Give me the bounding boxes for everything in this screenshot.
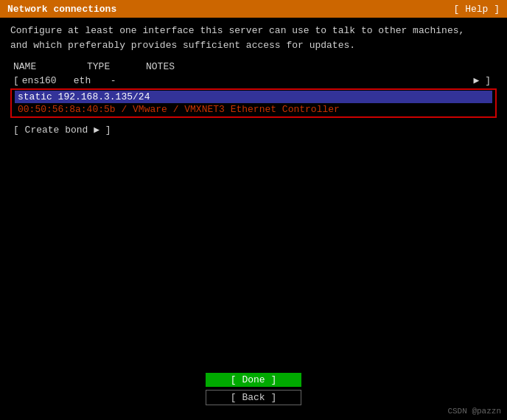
interface-name: ens160 xyxy=(22,75,74,86)
create-bond-label: [ Create bond ▶ ] xyxy=(13,125,111,136)
description-line1: Configure at least one interface this se… xyxy=(10,24,497,38)
interface-selected-block[interactable]: static 192.168.3.135/24 00:50:56:8a:40:5… xyxy=(10,88,497,118)
create-bond[interactable]: [ Create bond ▶ ] xyxy=(10,119,497,137)
interface-mac-info: 00:50:56:8a:40:5b / VMware / VMXNET3 Eth… xyxy=(18,104,340,115)
interface-selected-row[interactable]: static 192.168.3.135/24 xyxy=(15,91,492,103)
bottom-buttons-area: [ Done ] [ Back ] xyxy=(0,373,507,405)
interface-outer-row[interactable]: [ ens160 eth - ▶ ] xyxy=(10,74,497,87)
help-button[interactable]: [ Help ] xyxy=(454,4,500,15)
content-area: Configure at least one interface this se… xyxy=(0,18,507,143)
description-line2: and which preferably provides sufficient… xyxy=(10,38,497,53)
interface-detail-row: 00:50:56:8a:40:5b / VMware / VMXNET3 Eth… xyxy=(15,103,492,116)
col-header-notes: NOTES xyxy=(146,61,293,72)
col-header-name: NAME xyxy=(13,61,72,72)
interface-arrow: ▶ ] xyxy=(474,74,491,86)
title-text: Network connections xyxy=(7,4,116,15)
interface-dash: - xyxy=(111,75,125,86)
interface-bracket-open: [ xyxy=(13,75,19,86)
table-header: NAME TYPE NOTES xyxy=(10,60,497,74)
title-bar: Network connections [ Help ] xyxy=(0,0,507,18)
interface-type: eth xyxy=(74,75,111,86)
watermark: CSDN @pazzn xyxy=(447,407,501,416)
description: Configure at least one interface this se… xyxy=(10,24,497,52)
done-button[interactable]: [ Done ] xyxy=(206,373,301,387)
col-header-type: TYPE xyxy=(87,61,131,72)
back-button[interactable]: [ Back ] xyxy=(206,390,301,405)
screen: Network connections [ Help ] Configure a… xyxy=(0,0,507,420)
interface-static-info: static 192.168.3.135/24 xyxy=(18,91,150,102)
